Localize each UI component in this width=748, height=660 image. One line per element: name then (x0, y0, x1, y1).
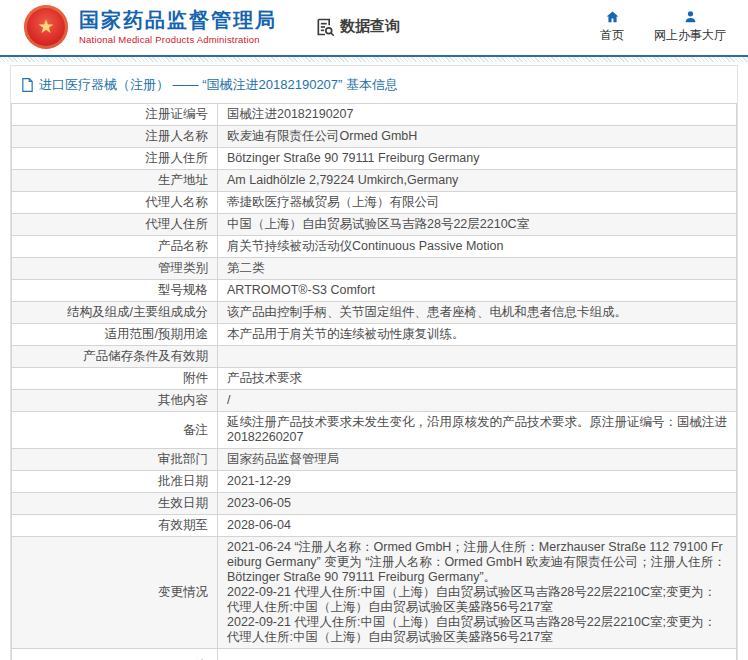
nmpa-logo[interactable]: ★ 国家药品监督管理局 National Medical Products Ad… (24, 5, 277, 49)
table-row: 生效日期2023-06-05 (12, 493, 737, 515)
table-row: 产品储存条件及有效期 (12, 346, 737, 368)
field-value (218, 346, 737, 368)
registration-info-table: 注册证编号国械注进20182190207 注册人名称欧麦迪有限责任公司Ormed… (11, 103, 737, 660)
field-label: 附件 (12, 368, 218, 390)
field-label: 备注 (12, 412, 218, 449)
breadcrumb-text: 进口医疗器械（注册） —— “国械注进20182190207” 基本信息 (39, 76, 398, 94)
field-label: 型号规格 (12, 280, 218, 302)
field-label: 产品名称 (12, 236, 218, 258)
table-row: 注册证编号国械注进20182190207 (12, 104, 737, 126)
nav-service-hall[interactable]: 网上办事大厅 (654, 10, 726, 44)
field-label: 注 (12, 649, 218, 660)
data-query-label: 数据查询 (340, 17, 400, 36)
field-label: 结构及组成/主要组成成分 (12, 302, 218, 324)
field-value: 2021-06-24 “注册人名称：Ormed GmbH；注册人住所：Merzh… (218, 537, 737, 649)
field-value: 第二类 (218, 258, 737, 280)
field-value: Bötzinger Straße 90 79111 Freiburg Germa… (218, 148, 737, 170)
table-row: 管理类别第二类 (12, 258, 737, 280)
breadcrumb: 进口医疗器械（注册） —— “国械注进20182190207” 基本信息 (11, 66, 737, 103)
document-icon (21, 78, 34, 92)
field-value: 国械注进20182190207 (218, 104, 737, 126)
field-value: / (218, 390, 737, 412)
table-row: 型号规格ARTROMOT®-S3 Comfort (12, 280, 737, 302)
field-value: 产品技术要求 (218, 368, 737, 390)
field-value: Am Laidhölzle 2,79224 Umkirch,Germany (218, 170, 737, 192)
data-query-menu[interactable]: 数据查询 (315, 17, 400, 37)
field-label: 生产地址 (12, 170, 218, 192)
nav-home-label: 首页 (600, 27, 624, 44)
table-row: 适用范围/预期用途本产品用于肩关节的连续被动性康复训练。 (12, 324, 737, 346)
field-label: 其他内容 (12, 390, 218, 412)
nav-service-hall-label: 网上办事大厅 (654, 27, 726, 44)
field-label: 产品储存条件及有效期 (12, 346, 218, 368)
field-value: 延续注册产品技术要求未发生变化，沿用原核发的产品技术要求。原注册证编号：国械注进… (218, 412, 737, 449)
field-label: 变更情况 (12, 537, 218, 649)
site-header: ★ 国家药品监督管理局 National Medical Products Ad… (0, 0, 748, 57)
field-value: 2028-06-04 (218, 515, 737, 537)
field-value: 详情 (218, 649, 737, 660)
table-row: 代理人名称蒂捷欧医疗器械贸易（上海）有限公司 (12, 192, 737, 214)
table-row: 有效期至2028-06-04 (12, 515, 737, 537)
table-row: 结构及组成/主要组成成分该产品由控制手柄、关节固定组件、患者座椅、电机和患者信息… (12, 302, 737, 324)
field-label: 有效期至 (12, 515, 218, 537)
field-value: 2023-06-05 (218, 493, 737, 515)
field-value: 2021-12-29 (218, 471, 737, 493)
table-row: 注册人名称欧麦迪有限责任公司Ormed GmbH (12, 126, 737, 148)
table-row: 注册人住所Bötzinger Straße 90 79111 Freiburg … (12, 148, 737, 170)
field-value: ARTROMOT®-S3 Comfort (218, 280, 737, 302)
doc-search-icon (315, 17, 335, 37)
site-subtitle: National Medical Products Administration (79, 34, 277, 45)
user-icon (683, 10, 698, 24)
nav-home[interactable]: 首页 (600, 10, 624, 44)
field-value: 国家药品监督管理局 (218, 449, 737, 471)
table-row: 附件产品技术要求 (12, 368, 737, 390)
header-divider (0, 57, 748, 62)
national-emblem-icon: ★ (24, 5, 68, 49)
field-label: 管理类别 (12, 258, 218, 280)
site-title: 国家药品监督管理局 (79, 8, 277, 32)
table-row: 代理人住所中国（上海）自由贸易试验区马吉路28号22层2210C室 (12, 214, 737, 236)
table-row: 其他内容/ (12, 390, 737, 412)
home-icon (605, 10, 620, 24)
header-nav: 首页 网上办事大厅 (600, 10, 732, 44)
field-label: 代理人名称 (12, 192, 218, 214)
table-row: 备注延续注册产品技术要求未发生变化，沿用原核发的产品技术要求。原注册证编号：国械… (12, 412, 737, 449)
table-row: 变更情况2021-06-24 “注册人名称：Ormed GmbH；注册人住所：M… (12, 537, 737, 649)
table-row: 注 详情 (12, 649, 737, 660)
field-value: 该产品由控制手柄、关节固定组件、患者座椅、电机和患者信息卡组成。 (218, 302, 737, 324)
field-value: 本产品用于肩关节的连续被动性康复训练。 (218, 324, 737, 346)
field-label: 生效日期 (12, 493, 218, 515)
field-label: 注册证编号 (12, 104, 218, 126)
field-label: 注册人住所 (12, 148, 218, 170)
table-row: 产品名称肩关节持续被动活动仪Continuous Passive Motion (12, 236, 737, 258)
field-value: 中国（上海）自由贸易试验区马吉路28号22层2210C室 (218, 214, 737, 236)
table-row: 批准日期2021-12-29 (12, 471, 737, 493)
field-value: 欧麦迪有限责任公司Ormed GmbH (218, 126, 737, 148)
field-label: 注册人名称 (12, 126, 218, 148)
table-row: 审批部门国家药品监督管理局 (12, 449, 737, 471)
field-label: 审批部门 (12, 449, 218, 471)
detail-panel: 进口医疗器械（注册） —— “国械注进20182190207” 基本信息 注册证… (10, 65, 738, 660)
field-value: 肩关节持续被动活动仪Continuous Passive Motion (218, 236, 737, 258)
field-label: 适用范围/预期用途 (12, 324, 218, 346)
field-label: 代理人住所 (12, 214, 218, 236)
table-row: 生产地址Am Laidhölzle 2,79224 Umkirch,German… (12, 170, 737, 192)
field-value: 蒂捷欧医疗器械贸易（上海）有限公司 (218, 192, 737, 214)
field-label: 批准日期 (12, 471, 218, 493)
